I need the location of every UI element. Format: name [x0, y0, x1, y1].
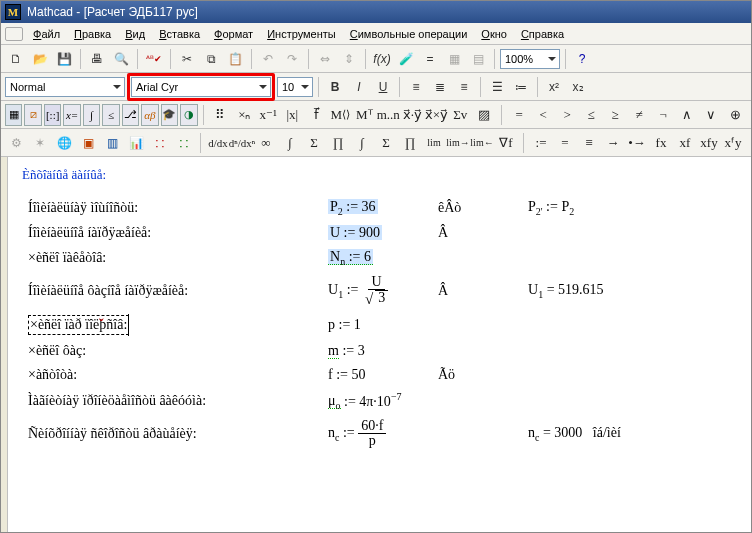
row-equation[interactable]: p := 1 — [318, 311, 428, 339]
sym-not[interactable]: ¬ — [651, 104, 675, 126]
spell-icon[interactable]: ᴬᴮ✔ — [143, 48, 165, 70]
style-combo[interactable]: Normal — [5, 77, 125, 97]
menu-format[interactable]: Формат — [208, 26, 259, 42]
evaluation-palette-icon[interactable]: x= — [63, 104, 80, 126]
menu-insert[interactable]: Вставка — [153, 26, 206, 42]
row-equation[interactable]: P2 := 36 — [318, 195, 428, 221]
row-label[interactable]: ×àñòîòà: — [18, 363, 318, 387]
row-equation[interactable]: U := 900 — [318, 221, 428, 245]
sym-limr[interactable]: lim→ — [446, 132, 470, 154]
align-left-button[interactable]: ≡ — [405, 76, 427, 98]
sym-ne[interactable]: ≠ — [627, 104, 651, 126]
paste-icon[interactable]: 📋 — [224, 48, 246, 70]
sym-dot[interactable]: x⃗·y⃗ — [400, 104, 424, 126]
menu-file[interactable]: Файл — [27, 26, 66, 42]
row-label[interactable]: ×èñëî ïàð ïˇîëþñîâ: — [18, 311, 318, 339]
row-result[interactable] — [518, 311, 668, 339]
sym-deriv[interactable]: d/dx — [206, 132, 230, 154]
sym-xf[interactable]: xf — [673, 132, 697, 154]
row-equation[interactable]: Nn := 6 — [318, 245, 428, 271]
redo-icon[interactable]: ↷ — [281, 48, 303, 70]
p2-a-icon[interactable]: ⚙ — [5, 132, 27, 154]
superscript-button[interactable]: x² — [543, 76, 565, 98]
help-icon[interactable]: ? — [571, 48, 593, 70]
menu-symbolic[interactable]: Символьные операции — [344, 26, 474, 42]
preview-icon[interactable]: 🔍 — [110, 48, 132, 70]
sym-or[interactable]: ∨ — [699, 104, 723, 126]
sym-transpose[interactable]: Mᵀ — [352, 104, 376, 126]
row-label[interactable]: Íîìèíàëüíîå íàïðÿæåíèå: — [18, 221, 318, 245]
sym-gt[interactable]: > — [555, 104, 579, 126]
row-result[interactable]: nc = 3000 îá/ìèí — [518, 415, 668, 452]
print-icon[interactable]: 🖶 — [86, 48, 108, 70]
row-result[interactable] — [518, 387, 668, 415]
sym-liml[interactable]: lim← — [470, 132, 494, 154]
zoom-combo[interactable]: 100% — [500, 49, 560, 69]
calc-icon[interactable]: = — [419, 48, 441, 70]
sym-inf[interactable]: ∞ — [254, 132, 278, 154]
sym-xfy2[interactable]: xᶠy — [721, 132, 745, 154]
sym-xn[interactable]: ×ₙ — [232, 104, 256, 126]
undo-icon[interactable]: ↶ — [257, 48, 279, 70]
row-label[interactable]: Ìàãíèòíàÿ ïðîíèöàåìîñòü âàêóóìà: — [18, 387, 318, 415]
sym-prod2[interactable]: ∏ — [398, 132, 422, 154]
comp1-icon[interactable]: ▦ — [443, 48, 465, 70]
greek-palette-icon[interactable]: αβ — [141, 104, 158, 126]
row-result[interactable] — [518, 339, 668, 363]
sym-assign[interactable]: := — [529, 132, 553, 154]
boolean-palette-icon[interactable]: ≤ — [102, 104, 119, 126]
sym-sumr[interactable]: Σ — [302, 132, 326, 154]
menu-tools[interactable]: Инструменты — [261, 26, 342, 42]
row-equation[interactable]: U1 := U√3 — [318, 271, 428, 311]
sym-pic[interactable]: ▨ — [472, 104, 496, 126]
row-label[interactable]: ×èñëî ôàç: — [18, 339, 318, 363]
sym-le[interactable]: ≤ — [579, 104, 603, 126]
row-equation[interactable]: m := 3 — [318, 339, 428, 363]
sym-nderiv[interactable]: dⁿ/dxⁿ — [230, 132, 254, 154]
programming-palette-icon[interactable]: ⎇ — [122, 104, 139, 126]
func-icon[interactable]: f(x) — [371, 48, 393, 70]
underline-button[interactable]: U — [372, 76, 394, 98]
symbolic-palette-icon[interactable]: 🎓 — [161, 104, 178, 126]
sym-matrix[interactable]: ⠿ — [208, 104, 232, 126]
sym-cross[interactable]: x⃗×y⃗ — [424, 104, 448, 126]
graph-palette-icon[interactable]: ⧄ — [24, 104, 41, 126]
row-result[interactable] — [518, 245, 668, 271]
sym-xfy[interactable]: xfy — [697, 132, 721, 154]
sym-vectorize[interactable]: f⃗ — [304, 104, 328, 126]
calculus-palette-icon[interactable]: ∫ — [83, 104, 100, 126]
row-equation[interactable]: f := 50 — [318, 363, 428, 387]
sym-symkey[interactable]: •→ — [625, 132, 649, 154]
sym-int[interactable]: ∫ — [278, 132, 302, 154]
sym-column[interactable]: M⟨⟩ — [328, 104, 352, 126]
comp2-icon[interactable]: ▤ — [467, 48, 489, 70]
sym-symeval[interactable]: → — [601, 132, 625, 154]
sym-eq[interactable]: = — [507, 104, 531, 126]
menu-view[interactable]: Вид — [119, 26, 151, 42]
modifier-palette-icon[interactable]: ◑ — [180, 104, 197, 126]
row-equation[interactable]: nc := 60·fp — [318, 415, 428, 452]
menu-window[interactable]: Окно — [475, 26, 513, 42]
font-combo[interactable]: Arial Cyr — [131, 77, 271, 97]
row-label[interactable]: ×èñëî ïàêåòîâ: — [18, 245, 318, 271]
cut-icon[interactable]: ✂ — [176, 48, 198, 70]
sym-sum2[interactable]: Σ — [374, 132, 398, 154]
sym-prodr[interactable]: ∏ — [326, 132, 350, 154]
p2-comp-icon[interactable]: ▣ — [77, 132, 99, 154]
sym-global[interactable]: ≡ — [577, 132, 601, 154]
worksheet[interactable]: Èñõîäíûå äàííûå: Íîìèíàëüíàÿ ìîùíîñòü:P2… — [8, 157, 751, 533]
new-icon[interactable]: 🗋 — [5, 48, 27, 70]
sym-and[interactable]: ∧ — [675, 104, 699, 126]
sym-ge[interactable]: ≥ — [603, 104, 627, 126]
sym-xor[interactable]: ⊕ — [723, 104, 747, 126]
p2-chart-icon[interactable]: 📊 — [125, 132, 147, 154]
sym-range[interactable]: m..n — [376, 104, 400, 126]
row-label[interactable]: Ñèíõðîííàÿ ñêîðîñòü âðàùåíèÿ: — [18, 415, 318, 452]
sym-grad[interactable]: ∇f — [494, 132, 518, 154]
italic-button[interactable]: I — [348, 76, 370, 98]
mdi-icon[interactable] — [5, 27, 23, 41]
sym-lt[interactable]: < — [531, 104, 555, 126]
align-center-button[interactable]: ≣ — [429, 76, 451, 98]
row-label[interactable]: Íîìèíàëüíàÿ ìîùíîñòü: — [18, 195, 318, 221]
sym-lim[interactable]: lim — [422, 132, 446, 154]
